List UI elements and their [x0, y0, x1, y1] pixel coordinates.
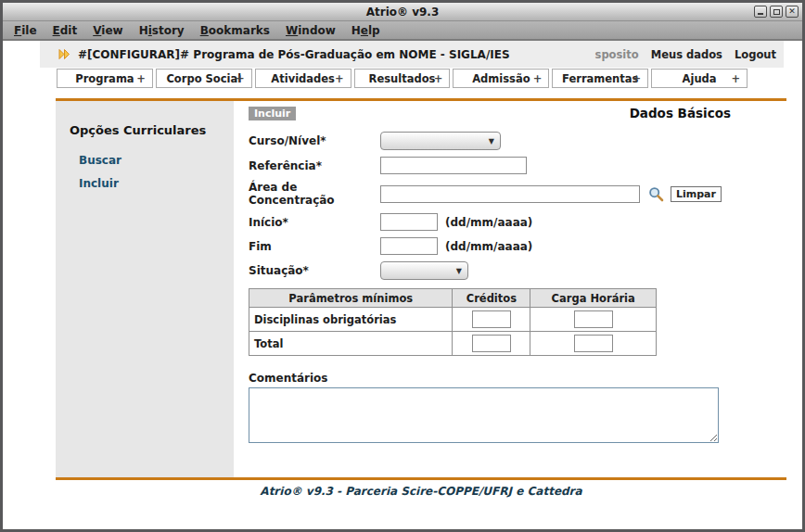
breadcrumb: #[CONFIGURAR]# Programa de Pós-Graduação…	[78, 48, 510, 61]
curso-nivel-row: Curso/Nível* ▼	[249, 132, 731, 150]
menu-history[interactable]: History	[139, 24, 185, 37]
parametros-table: Parâmetros mínimos Créditos Carga Horári…	[249, 288, 657, 356]
fim-format-hint: (dd/mm/aaaa)	[445, 240, 532, 253]
total-creditos-input[interactable]	[472, 335, 511, 352]
footer-text: Atrio® v9.3 - Parceria Scire-COPPE/UFRJ …	[56, 485, 786, 498]
table-header-row: Parâmetros mínimos Créditos Carga Horári…	[249, 289, 657, 308]
menu-edit[interactable]: Edit	[53, 24, 78, 37]
menu-view[interactable]: View	[93, 24, 122, 37]
col-creditos: Créditos	[453, 289, 530, 308]
table-row: Total	[249, 332, 657, 356]
logout-link[interactable]: Logout	[735, 48, 776, 61]
inicio-label: Início*	[249, 216, 380, 229]
area-concentracao-input	[380, 185, 640, 203]
maximize-button[interactable]	[770, 6, 783, 18]
plus-icon[interactable]: +	[434, 72, 443, 85]
situacao-label: Situação*	[249, 264, 380, 277]
plus-icon[interactable]: +	[632, 72, 642, 85]
window-titlebar: Atrio® v9.3 ✕	[3, 3, 802, 21]
page-viewport: #[CONFIGURAR]# Programa de Pós-Graduação…	[3, 41, 802, 529]
tab-atividades[interactable]: Atividades+	[255, 69, 351, 88]
inicio-format-hint: (dd/mm/aaaa)	[445, 216, 532, 229]
plus-icon[interactable]: +	[731, 72, 740, 85]
tab-resultados[interactable]: Resultados+	[354, 69, 451, 88]
window-controls: ✕	[751, 6, 799, 18]
situacao-row: Situação* ▼	[249, 261, 731, 280]
inicio-row: Início* (dd/mm/aaaa)	[249, 213, 731, 231]
double-arrow-icon	[58, 49, 70, 59]
window-title: Atrio® v9.3	[3, 6, 802, 19]
comentarios-block: Comentários	[249, 372, 731, 446]
sidebar-item-incluir[interactable]: Incluir	[79, 177, 224, 190]
sidebar-item-buscar[interactable]: Buscar	[79, 154, 224, 167]
curso-nivel-label: Curso/Nível*	[249, 134, 380, 147]
comentarios-label: Comentários	[249, 372, 731, 385]
header-user-area: sposito Meus dados Logout	[595, 48, 776, 61]
limpar-button[interactable]: Limpar	[671, 186, 722, 202]
area-concentracao-row: Área de Concentração Limpar	[249, 181, 731, 207]
meus-dados-link[interactable]: Meus dados	[651, 48, 722, 61]
plus-icon[interactable]: +	[236, 72, 245, 85]
disciplinas-creditos-input[interactable]	[472, 310, 511, 328]
bottom-divider	[56, 477, 786, 480]
situacao-select[interactable]: ▼	[380, 261, 468, 280]
plus-icon[interactable]: +	[533, 72, 543, 85]
area-concentracao-label: Área de Concentração	[249, 181, 380, 207]
curso-nivel-select[interactable]: ▼	[380, 132, 501, 150]
close-button[interactable]: ✕	[786, 6, 799, 18]
main-nav-tabs: Programa+ Corpo Social+ Atividades+ Resu…	[57, 69, 748, 88]
referencia-label: Referência*	[249, 159, 380, 172]
minimize-icon	[758, 13, 763, 15]
referencia-input[interactable]	[380, 157, 527, 174]
minimize-button[interactable]	[754, 6, 767, 18]
menu-bar: File Edit View History Bookmarks Window …	[3, 21, 802, 41]
page-title: Dados Básicos	[630, 106, 731, 120]
sidebar: Opções Curriculares Buscar Incluir	[56, 101, 234, 477]
total-carga-input[interactable]	[574, 335, 613, 352]
menu-bookmarks[interactable]: Bookmarks	[200, 24, 270, 37]
fim-row: Fim (dd/mm/aaaa)	[249, 237, 731, 255]
maximize-icon	[773, 9, 780, 15]
plus-icon[interactable]: +	[335, 72, 344, 85]
comentarios-textarea[interactable]	[249, 387, 719, 443]
col-carga-horaria: Carga Horária	[530, 289, 657, 308]
fim-input[interactable]	[380, 237, 438, 255]
disciplinas-carga-input[interactable]	[574, 310, 613, 328]
main-content: Incluir Dados Básicos Curso/Nível* ▼ Ref…	[249, 106, 731, 446]
referencia-row: Referência*	[249, 157, 731, 174]
col-parametros: Parâmetros mínimos	[249, 289, 453, 308]
tab-corpo-social[interactable]: Corpo Social+	[156, 69, 252, 88]
fim-label: Fim	[249, 240, 380, 253]
row-label: Total	[249, 332, 453, 356]
menu-file[interactable]: File	[14, 24, 37, 37]
row-label: Disciplinas obrigatórias	[249, 308, 453, 332]
menu-window[interactable]: Window	[286, 24, 336, 37]
table-row: Disciplinas obrigatórias	[249, 308, 657, 332]
tab-admissao[interactable]: Admissão+	[453, 69, 549, 88]
main-header-row: Incluir Dados Básicos	[249, 106, 731, 120]
tab-ferramentas[interactable]: Ferramentas+	[552, 69, 648, 88]
sidebar-title: Opções Curriculares	[70, 123, 224, 137]
tab-ajuda[interactable]: Ajuda+	[651, 69, 748, 88]
plus-icon[interactable]: +	[136, 72, 146, 85]
tab-programa[interactable]: Programa+	[57, 69, 153, 88]
incluir-button[interactable]: Incluir	[249, 107, 296, 120]
search-icon[interactable]	[648, 186, 664, 202]
inicio-input[interactable]	[380, 213, 438, 231]
browser-window: Atrio® v9.3 ✕ File Edit View History Boo…	[0, 0, 805, 532]
app-header: #[CONFIGURAR]# Programa de Pós-Graduação…	[40, 41, 784, 68]
chevron-down-icon: ▼	[489, 137, 494, 146]
username-label: sposito	[595, 48, 639, 61]
close-icon: ✕	[788, 7, 796, 16]
chevron-down-icon: ▼	[456, 267, 462, 275]
menu-help[interactable]: Help	[351, 24, 380, 37]
